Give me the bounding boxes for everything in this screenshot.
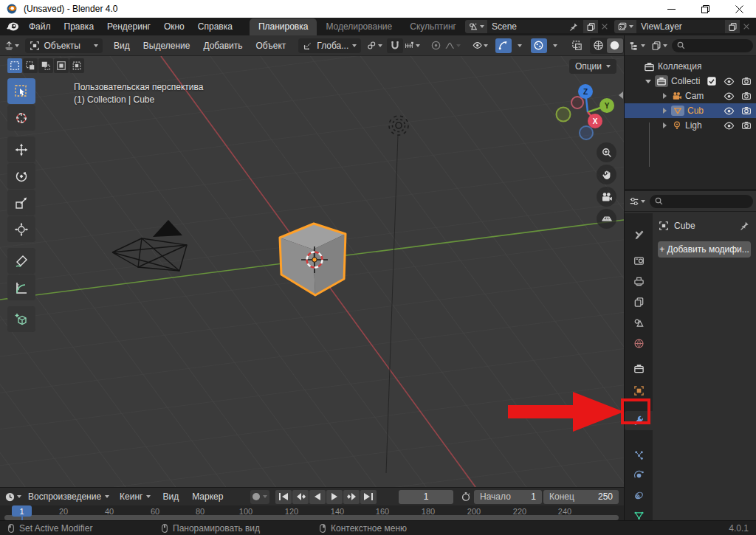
outliner-editor-type-button[interactable] [628, 38, 647, 53]
properties-tab-constraints[interactable] [625, 486, 653, 505]
add-menu[interactable]: Добавить [196, 37, 249, 55]
remove-viewlayer-button[interactable] [740, 20, 753, 33]
gizmo-axis-neg-y[interactable] [557, 108, 571, 122]
mode-dropdown[interactable]: Объекты [25, 38, 103, 53]
select-mode-invert[interactable] [54, 58, 69, 73]
restore-button[interactable] [688, 0, 722, 18]
timeline-view-menu[interactable]: Вид [156, 488, 185, 505]
tool-move[interactable] [7, 137, 35, 162]
viewlayer-name-field[interactable]: ViewLayer [636, 20, 725, 33]
select-mode-set[interactable] [7, 58, 22, 73]
gizmos-dropdown[interactable] [512, 38, 528, 53]
tool-measure[interactable] [7, 275, 35, 300]
outliner-search-input[interactable] [672, 39, 753, 52]
camera-restrict-icon[interactable] [741, 91, 752, 101]
tool-rotate[interactable] [7, 163, 35, 189]
select-mode-extend[interactable] [23, 58, 38, 73]
auto-keying-record-button[interactable] [252, 493, 260, 500]
blender-logo[interactable] [6, 21, 19, 32]
disclosure-triangle-icon[interactable] [663, 122, 667, 128]
tab-sculpting[interactable]: Скульптинг [401, 18, 465, 35]
proportional-falloff-button[interactable] [444, 38, 461, 53]
disclosure-triangle-icon[interactable] [663, 93, 667, 99]
properties-tab-output[interactable] [625, 272, 653, 291]
properties-tab-object[interactable] [625, 381, 653, 400]
snap-toggle-button[interactable] [387, 38, 403, 53]
pin-icon[interactable] [569, 22, 579, 32]
tool-scale[interactable] [7, 190, 35, 215]
snap-mode-button[interactable] [403, 38, 422, 53]
frame-end-field[interactable]: Конец 250 [543, 490, 619, 504]
frame-start-field[interactable]: Начало 1 [474, 490, 542, 504]
snap-target-button[interactable] [365, 38, 383, 53]
current-frame-field[interactable]: 1 [399, 490, 453, 504]
tool-transform[interactable] [7, 216, 35, 242]
eye-icon[interactable] [724, 76, 735, 87]
pan-view-button[interactable] [597, 165, 616, 184]
menu-help[interactable]: Справка [191, 18, 239, 35]
properties-editor-type-button[interactable] [628, 194, 647, 209]
sidebar-collapse-arrow[interactable] [619, 92, 623, 99]
new-viewlayer-button[interactable] [725, 20, 740, 33]
camera-restrict-icon[interactable] [741, 76, 752, 86]
properties-tab-view-layer[interactable] [625, 292, 653, 311]
properties-search-input[interactable] [650, 195, 753, 208]
pin-icon[interactable] [740, 221, 750, 231]
tool-cursor[interactable] [7, 105, 35, 131]
shading-solid-button[interactable] [607, 38, 623, 53]
editor-type-button[interactable] [3, 38, 21, 53]
viewlayer-browse-button[interactable] [614, 20, 636, 33]
tab-modeling[interactable]: Моделирование [317, 18, 401, 35]
disclosure-triangle-icon[interactable] [645, 80, 651, 83]
menu-render[interactable]: Рендеринг [100, 18, 157, 35]
add-modifier-button[interactable]: + Добавить модифи... [658, 241, 751, 258]
shading-wireframe-button[interactable] [591, 38, 607, 53]
properties-tab-scene[interactable] [625, 313, 653, 332]
outliner-row-camera[interactable]: Cam [625, 89, 756, 103]
outliner-row-light[interactable]: Ligh [625, 118, 756, 133]
object-menu[interactable]: Объект [249, 37, 292, 55]
outliner-display-mode-button[interactable] [650, 38, 669, 53]
gizmo-axis-neg-x[interactable] [571, 97, 583, 108]
new-scene-button[interactable] [583, 20, 598, 33]
properties-tab-render[interactable] [625, 251, 653, 270]
outliner-row-collection[interactable]: Collecti [625, 74, 756, 89]
scene-browse-button[interactable] [465, 20, 487, 33]
select-menu[interactable]: Выделение [137, 37, 197, 55]
tab-layout[interactable]: Планировка [250, 18, 317, 35]
camera-restrict-icon[interactable] [741, 106, 752, 116]
tool-annotate[interactable] [7, 248, 35, 274]
camera-view-button[interactable] [597, 187, 616, 207]
disclosure-triangle-icon[interactable] [663, 108, 667, 114]
playback-menu[interactable]: Воспроизведение [23, 491, 114, 502]
camera-restrict-icon[interactable] [741, 120, 752, 131]
timeline-scrollbar[interactable] [4, 515, 619, 520]
overlays-dropdown[interactable] [547, 38, 563, 53]
keying-menu[interactable]: Кеинг [114, 491, 156, 502]
use-preview-range-button[interactable] [458, 489, 474, 504]
properties-tab-particles[interactable] [625, 445, 653, 464]
outliner-row-scene-collection[interactable]: Коллекция [625, 59, 756, 74]
timeline-editor-type-button[interactable] [3, 489, 23, 504]
jump-to-start-button[interactable] [275, 490, 292, 504]
outliner-row-cube[interactable]: Cub [625, 103, 756, 118]
playhead-marker[interactable]: 1 [12, 505, 32, 517]
menu-window[interactable]: Окно [157, 18, 191, 35]
eye-icon[interactable] [724, 106, 735, 117]
checkbox-icon[interactable] [707, 76, 717, 86]
play-button[interactable] [326, 490, 343, 504]
close-button[interactable] [722, 0, 756, 18]
timeline-ruler[interactable]: 20 40 60 80 100 120 140 160 180 200 220 … [0, 505, 624, 521]
prev-keyframe-button[interactable] [292, 490, 309, 504]
toggle-perspective-button[interactable] [597, 209, 616, 229]
visibility-dropdown[interactable] [471, 38, 489, 53]
menu-edit[interactable]: Правка [58, 18, 101, 35]
eye-icon[interactable] [724, 91, 735, 102]
select-mode-intersect[interactable] [69, 58, 84, 73]
tool-add-cube[interactable] [7, 306, 35, 332]
tool-select-box[interactable] [7, 78, 35, 104]
gizmos-toggle[interactable] [495, 38, 512, 53]
scene-name-field[interactable]: Scene [487, 20, 583, 33]
timeline-marker-menu[interactable]: Маркер [185, 488, 230, 505]
jump-to-end-button[interactable] [360, 490, 377, 504]
